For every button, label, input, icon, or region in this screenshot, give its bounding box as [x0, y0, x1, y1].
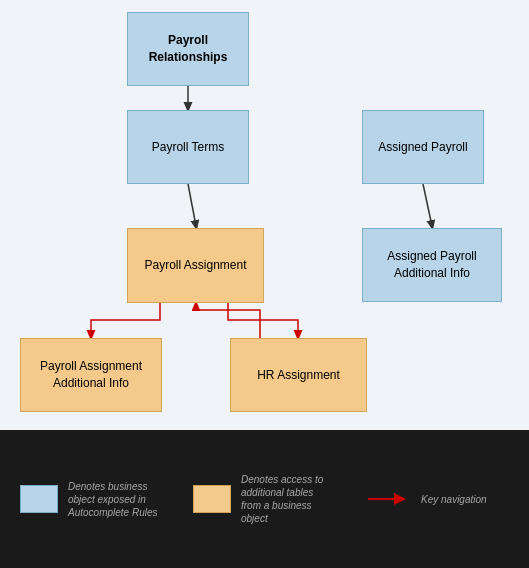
legend-arrow-text: Key navigation — [421, 493, 487, 506]
legend-blue-box — [20, 485, 58, 513]
legend-item-arrow: Key navigation — [366, 491, 509, 507]
legend-item-blue: Denotes business object exposed in Autoc… — [20, 480, 163, 519]
legend-item-orange: Denotes access to additional tables from… — [193, 473, 336, 525]
payroll-assignment-additional-info-label: Payroll Assignment Additional Info — [21, 358, 161, 392]
assigned-payroll-node: Assigned Payroll — [362, 110, 484, 184]
assigned-payroll-additional-info-node: Assigned Payroll Additional Info — [362, 228, 502, 302]
hr-assignment-label: HR Assignment — [257, 367, 340, 384]
payroll-relationships-label: Payroll Relationships — [128, 32, 248, 66]
legend-area: Denotes business object exposed in Autoc… — [0, 430, 529, 568]
payroll-assignment-node: Payroll Assignment — [127, 228, 264, 303]
payroll-assignment-label: Payroll Assignment — [144, 257, 246, 274]
payroll-assignment-additional-info-node: Payroll Assignment Additional Info — [20, 338, 162, 412]
payroll-terms-node: Payroll Terms — [127, 110, 249, 184]
legend-blue-text: Denotes business object exposed in Autoc… — [68, 480, 163, 519]
hr-assignment-node: HR Assignment — [230, 338, 367, 412]
legend-orange-box — [193, 485, 231, 513]
svg-line-1 — [188, 184, 196, 226]
payroll-terms-label: Payroll Terms — [152, 139, 224, 156]
payroll-relationships-node: Payroll Relationships — [127, 12, 249, 86]
assigned-payroll-additional-info-label: Assigned Payroll Additional Info — [363, 248, 501, 282]
legend-orange-text: Denotes access to additional tables from… — [241, 473, 336, 525]
legend-red-arrow — [366, 491, 411, 507]
diagram-area: Payroll Relationships Payroll Terms Assi… — [0, 0, 529, 430]
assigned-payroll-label: Assigned Payroll — [378, 139, 467, 156]
svg-line-2 — [423, 184, 432, 226]
